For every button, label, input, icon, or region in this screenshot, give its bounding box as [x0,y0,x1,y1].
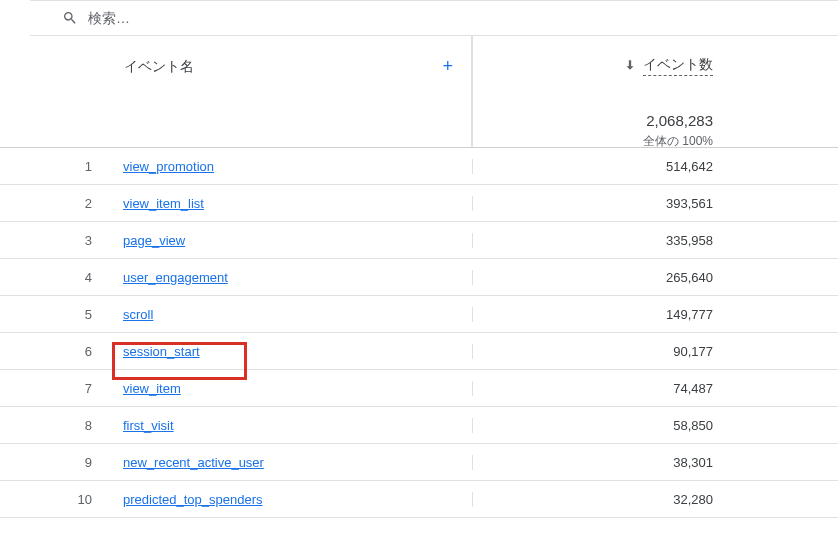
row-count: 335,958 [472,233,838,248]
sort-arrow-down-icon [623,58,637,75]
event-name-link[interactable]: user_engagement [123,270,228,285]
search-input[interactable] [88,10,838,26]
row-name-cell: page_view [110,233,472,248]
row-count: 38,301 [472,455,838,470]
event-name-link[interactable]: view_item [123,381,181,396]
event-name-link[interactable]: view_item_list [123,196,204,211]
row-count: 265,640 [472,270,838,285]
row-count: 58,850 [472,418,838,433]
header-count-col[interactable]: イベント数 2,068,283 全体の 100% [472,36,838,147]
row-rank: 5 [0,307,110,322]
event-name-link[interactable]: view_promotion [123,159,214,174]
row-count: 74,487 [472,381,838,396]
header-name-col: イベント名 + [110,36,472,147]
table-row: 5scroll149,777 [0,296,838,333]
search-icon [62,10,78,26]
row-rank: 7 [0,381,110,396]
row-name-cell: view_promotion [110,159,472,174]
row-rank: 4 [0,270,110,285]
event-name-link[interactable]: session_start [123,344,200,359]
row-name-cell: view_item [110,381,472,396]
table-row: 2view_item_list393,561 [0,185,838,222]
row-rank: 3 [0,233,110,248]
event-name-link[interactable]: page_view [123,233,185,248]
row-count: 149,777 [472,307,838,322]
row-name-cell: predicted_top_spenders [110,492,472,507]
row-count: 514,642 [472,159,838,174]
row-count: 393,561 [472,196,838,211]
table-row: 6session_start90,177 [0,333,838,370]
row-rank: 1 [0,159,110,174]
event-name-link[interactable]: first_visit [123,418,174,433]
row-rank: 9 [0,455,110,470]
event-name-link[interactable]: new_recent_active_user [123,455,264,470]
table-row: 4user_engagement265,640 [0,259,838,296]
table-row: 8first_visit58,850 [0,407,838,444]
row-name-cell: new_recent_active_user [110,455,472,470]
row-name-cell: view_item_list [110,196,472,211]
row-rank: 10 [0,492,110,507]
row-name-cell: first_visit [110,418,472,433]
row-rank: 6 [0,344,110,359]
header-rank-col [0,36,110,147]
row-name-cell: session_start [110,344,472,359]
table-row: 1view_promotion514,642 [0,148,838,185]
row-rank: 8 [0,418,110,433]
row-count: 90,177 [472,344,838,359]
row-rank: 2 [0,196,110,211]
table-row: 9new_recent_active_user38,301 [0,444,838,481]
events-table: イベント名 + イベント数 2,068,283 全体の 100% 1view_p… [0,36,838,518]
column-count-label: イベント数 [643,56,713,76]
table-row: 10predicted_top_spenders32,280 [0,481,838,518]
table-row: 3page_view335,958 [0,222,838,259]
row-name-cell: user_engagement [110,270,472,285]
search-bar [30,0,838,36]
totals: 2,068,283 全体の 100% [473,112,713,150]
total-value: 2,068,283 [473,112,713,129]
row-name-cell: scroll [110,307,472,322]
event-name-link[interactable]: scroll [123,307,153,322]
total-percent: 全体の 100% [473,133,713,150]
row-count: 32,280 [472,492,838,507]
column-name-label: イベント名 [124,58,194,76]
table-header-row: イベント名 + イベント数 2,068,283 全体の 100% [0,36,838,148]
add-dimension-button[interactable]: + [442,56,453,77]
table-row: 7view_item74,487 [0,370,838,407]
event-name-link[interactable]: predicted_top_spenders [123,492,263,507]
